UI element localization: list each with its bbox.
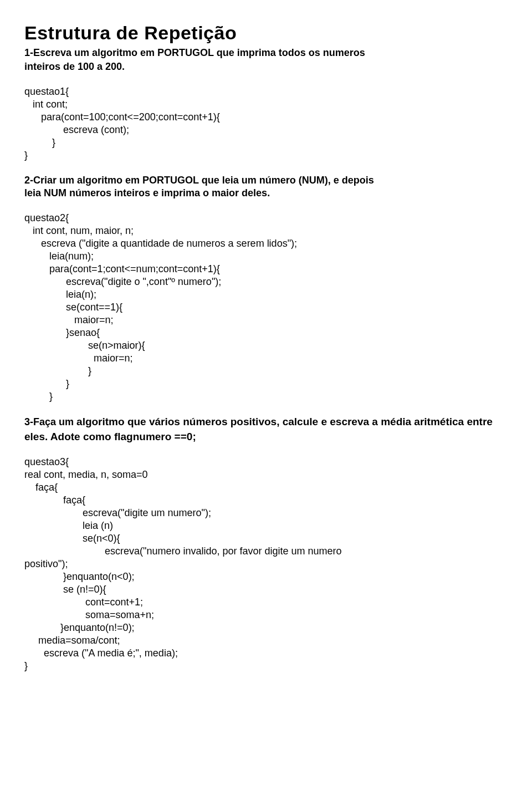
q2-prompt-line1: 2-Criar um algoritmo em PORTUGOL que lei… — [24, 174, 508, 187]
q2-prompt-line2: leia NUM números inteiros e imprima o ma… — [24, 187, 508, 200]
q2-code-block: questao2{ int cont, num, maior, n; escre… — [24, 212, 508, 403]
q3-prompt-line1: 3-Faça um algoritmo que vários números p… — [24, 415, 508, 429]
q2-prompt: 2-Criar um algoritmo em PORTUGOL que lei… — [24, 174, 508, 200]
q3-prompt-line2: eles. Adote como flagnumero ==0; — [24, 430, 508, 444]
page-title: Estrutura de Repetição — [24, 21, 508, 45]
q1-code-block: questao1{ int cont; para(cont=100;cont<=… — [24, 85, 508, 162]
q3-code-block: questao3{ real cont, media, n, soma=0 fa… — [24, 456, 508, 673]
q3-prompt-lead: 3-Faça um — [24, 416, 74, 427]
q3-prompt-rest-text: algoritmo que vários números positivos, … — [76, 416, 493, 427]
q1-prompt-line2: inteiros de 100 a 200. — [24, 60, 508, 73]
q1-prompt-line1: 1-Escreva um algoritmo em PORTUGOL que i… — [24, 47, 508, 59]
